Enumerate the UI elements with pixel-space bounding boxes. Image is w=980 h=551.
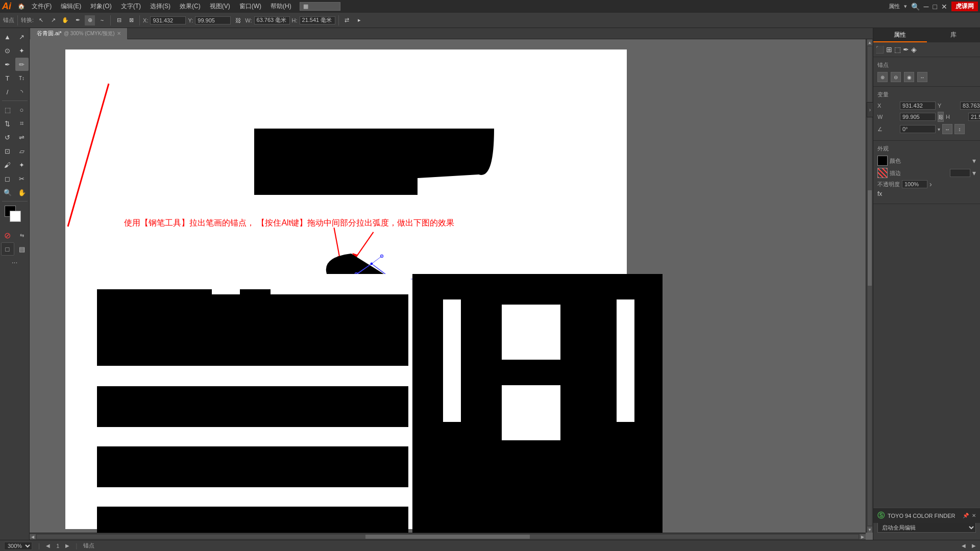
line-tool[interactable]: / bbox=[1, 85, 14, 98]
link-wh-btn[interactable]: ⛓ bbox=[938, 112, 944, 122]
opacity-input[interactable] bbox=[902, 180, 927, 188]
cf-pin-btn[interactable]: 📌 bbox=[963, 513, 969, 518]
hscrollbar[interactable]: ◀ ▶ bbox=[30, 533, 866, 540]
close-button[interactable]: ✕ bbox=[941, 3, 947, 11]
maximize-button[interactable]: □ bbox=[933, 3, 937, 11]
properties-tab[interactable]: 属性 bbox=[873, 28, 927, 42]
stroke-color[interactable] bbox=[10, 211, 21, 222]
anchor-btn4[interactable]: ↔ bbox=[917, 72, 927, 82]
libraries-tab[interactable]: 库 bbox=[927, 28, 981, 42]
scale-tool[interactable]: ⊡ bbox=[1, 144, 14, 158]
scroll-indicator-right[interactable]: ▶ bbox=[972, 543, 976, 548]
more-tools-btn[interactable]: ··· bbox=[12, 258, 18, 266]
w-input[interactable] bbox=[254, 16, 290, 24]
menu-effect[interactable]: 效果(C) bbox=[176, 1, 205, 12]
menu-edit[interactable]: 编辑(E) bbox=[57, 1, 85, 12]
align-left-icon[interactable]: ⬛ bbox=[875, 45, 884, 54]
hand-tool[interactable]: ✋ bbox=[15, 186, 29, 199]
ellipse-tool[interactable]: ○ bbox=[15, 103, 29, 116]
flip-v-btn[interactable]: ↕ bbox=[954, 124, 965, 134]
zoom-select[interactable]: 300% bbox=[4, 542, 32, 550]
menu-select[interactable]: 选择(S) bbox=[146, 1, 175, 12]
shear-tool[interactable]: ▱ bbox=[15, 144, 29, 158]
w-panel-input[interactable] bbox=[900, 113, 936, 121]
pen-tool-icon[interactable]: ✒ bbox=[72, 15, 83, 26]
vscroll-thumb[interactable] bbox=[868, 190, 872, 286]
pen-tool[interactable]: ✒ bbox=[1, 58, 14, 71]
normal-mode[interactable]: □ bbox=[1, 242, 14, 256]
more-icon[interactable]: ▸ bbox=[354, 15, 364, 26]
quick-actions-dropdown[interactable]: 启动全局编辑 bbox=[877, 522, 976, 533]
scroll-left-btn[interactable]: ◀ bbox=[30, 534, 36, 539]
anchor-btn3[interactable]: ◉ bbox=[904, 72, 914, 82]
select-tool-icon[interactable]: ↖ bbox=[36, 15, 46, 26]
rotate-tool[interactable]: ↺ bbox=[1, 131, 14, 144]
home-icon[interactable]: 🏠 bbox=[16, 2, 27, 12]
direct-select-icon[interactable]: ↗ bbox=[48, 15, 58, 26]
reflect-tool[interactable]: ⇌ bbox=[15, 131, 29, 144]
fill-swatch[interactable] bbox=[877, 156, 888, 166]
scissor-tool[interactable]: ✂ bbox=[15, 172, 29, 185]
lasso-tool[interactable]: ⊙ bbox=[1, 44, 14, 57]
hscroll-thumb[interactable] bbox=[365, 535, 530, 539]
search-icon[interactable]: 🔍 bbox=[911, 3, 920, 11]
panel-layers-icon[interactable]: ⬚ bbox=[894, 45, 901, 54]
anchor-btn2[interactable]: ⊖ bbox=[891, 72, 901, 82]
next-page-btn[interactable]: ▶ bbox=[65, 543, 69, 548]
menu-view[interactable]: 视图(V) bbox=[206, 1, 234, 12]
align-icon[interactable]: ⊟ bbox=[114, 15, 124, 26]
menu-object[interactable]: 对象(O) bbox=[86, 1, 115, 12]
selection-tool[interactable]: ▲ bbox=[1, 30, 14, 43]
outline-mode[interactable]: ▤ bbox=[15, 242, 29, 256]
direct-select-tool[interactable]: ↗ bbox=[15, 30, 29, 43]
stroke-expand-btn[interactable]: ▾ bbox=[972, 169, 976, 177]
panel-symbols-icon[interactable]: ◈ bbox=[911, 45, 917, 54]
blob-brush-tool[interactable]: ✦ bbox=[15, 158, 29, 171]
panel-collapse-btn[interactable]: › bbox=[867, 102, 873, 117]
angle-input[interactable] bbox=[900, 125, 936, 133]
paintbrush-tool[interactable]: 🖌 bbox=[1, 158, 14, 171]
menu-file[interactable]: 文件(F) bbox=[28, 1, 56, 12]
menu-window[interactable]: 窗口(W) bbox=[235, 1, 265, 12]
minimize-button[interactable]: ─ bbox=[924, 3, 929, 11]
flip-h-btn[interactable]: ↔ bbox=[942, 124, 952, 134]
fx-btn[interactable]: fx bbox=[877, 190, 882, 197]
panel-brushes-icon[interactable]: ✒ bbox=[903, 45, 909, 54]
canvas-scroll[interactable]: 使用【钢笔工具】拉出笔画的锚点， 【按住Alt键】拖动中间部分拉出弧度，做出下图… bbox=[30, 39, 873, 540]
scroll-indicator-left[interactable]: ◀ bbox=[962, 543, 966, 548]
fill-expand-btn[interactable]: ▾ bbox=[972, 157, 976, 165]
swap-colors[interactable]: ⇆ bbox=[15, 229, 29, 242]
scroll-right-btn[interactable]: ▶ bbox=[860, 534, 866, 539]
scroll-up-btn[interactable]: ▲ bbox=[867, 39, 872, 45]
stroke-width-input[interactable] bbox=[950, 169, 970, 177]
h-panel-input[interactable] bbox=[968, 113, 980, 121]
menu-help[interactable]: 帮助(H) bbox=[266, 1, 296, 12]
anchor-btn1[interactable]: ⊕ bbox=[877, 72, 888, 82]
panel-grid-icon[interactable]: ⊞ bbox=[886, 45, 892, 54]
distribute-icon[interactable]: ⊠ bbox=[126, 15, 136, 26]
angle-dropdown[interactable]: ▾ bbox=[938, 127, 940, 132]
magic-wand-tool[interactable]: ✦ bbox=[15, 44, 29, 57]
y-panel-input[interactable] bbox=[960, 102, 980, 110]
anchor-tool-icon[interactable]: ⊕ bbox=[85, 15, 95, 26]
x-panel-input[interactable] bbox=[900, 102, 936, 110]
type-tool[interactable]: T bbox=[1, 71, 14, 85]
fill-none[interactable]: ⊘ bbox=[1, 229, 14, 242]
stroke-swatch[interactable] bbox=[877, 168, 888, 178]
curvature-tool[interactable]: ✏ bbox=[15, 58, 29, 71]
rect-tool[interactable]: ⬚ bbox=[1, 103, 14, 116]
transform-tool[interactable]: ⇅ bbox=[1, 117, 14, 130]
scroll-down-btn[interactable]: ▼ bbox=[867, 527, 872, 533]
x-input[interactable] bbox=[150, 16, 186, 24]
hand-tool-icon[interactable]: ✋ bbox=[60, 15, 70, 26]
smooth-tool-icon[interactable]: ~ bbox=[97, 15, 107, 26]
tab-close-button[interactable]: ✕ bbox=[117, 31, 121, 36]
link-icon[interactable]: ⛓ bbox=[233, 15, 243, 26]
workspace-dropdown[interactable]: ▦ bbox=[300, 2, 340, 11]
eraser-tool[interactable]: ◻ bbox=[1, 172, 14, 185]
arc-tool[interactable]: ◝ bbox=[15, 85, 29, 98]
warp-tool[interactable]: ⌗ bbox=[15, 117, 29, 130]
prev-page-btn[interactable]: ◀ bbox=[46, 543, 50, 548]
page-btn[interactable]: 1 bbox=[56, 543, 59, 549]
opacity-expand-btn[interactable]: › bbox=[929, 180, 932, 188]
